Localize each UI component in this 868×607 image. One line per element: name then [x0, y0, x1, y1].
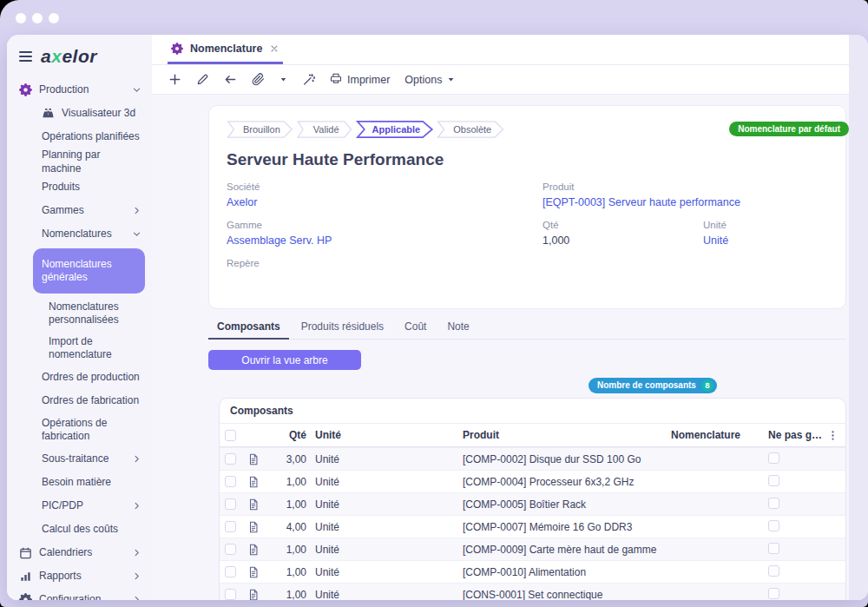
gamme-link[interactable]: Assemblage Serv. HP [227, 234, 530, 248]
paperclip-button[interactable] [252, 73, 265, 86]
components-count-value: 8 [701, 379, 713, 392]
unite-link[interactable]: Unité [703, 234, 828, 248]
no-manage-checkbox[interactable] [768, 498, 779, 509]
status-step-label: Brouillon [243, 124, 280, 135]
produit-link[interactable]: [EQPT-0003] Serveur haute performance [542, 196, 828, 210]
sidebar-item-produits[interactable]: Produits [7, 175, 152, 199]
chart-icon [19, 570, 32, 583]
window-control-dot[interactable] [49, 13, 59, 23]
options-button[interactable]: Options [404, 74, 455, 86]
table-row[interactable]: 1,00Unité[COMP-0005] Boîtier Rack [220, 492, 845, 515]
product-cell: [COMP-0007] Mémoire 16 Go DDR3 [463, 521, 671, 533]
table-row[interactable]: 1,00Unité[COMP-0004] Processeur 6x3,2 GH… [220, 470, 845, 492]
no-manage-checkbox[interactable] [768, 452, 779, 464]
sidebar-item-calcul-des-couts[interactable]: Calcul des coûts [7, 518, 152, 541]
societe-link[interactable]: Axelor [227, 196, 530, 210]
no-manage-checkbox[interactable] [768, 520, 779, 531]
plus-button[interactable] [168, 73, 181, 86]
arrow-left-button[interactable] [224, 73, 237, 86]
file-icon[interactable] [247, 476, 275, 488]
menu-hamburger-icon[interactable] [19, 51, 32, 62]
no-manage-checkbox[interactable] [768, 543, 779, 554]
row-checkbox[interactable] [225, 453, 236, 465]
sidebar-item-visualisateur-3d[interactable]: Visualisateur 3d [7, 102, 152, 125]
row-checkbox[interactable] [225, 498, 236, 510]
sidebar-item-label: Besoin matière [42, 476, 141, 490]
row-checkbox[interactable] [225, 589, 236, 600]
file-icon[interactable] [247, 453, 275, 465]
qte-value[interactable]: 1,000 [542, 234, 703, 248]
file-icon[interactable] [247, 498, 275, 511]
column-menu-kebab-icon[interactable] [827, 430, 838, 441]
unit-cell: Unité [315, 521, 463, 533]
file-icon[interactable] [247, 521, 275, 533]
components-table: QtéUnitéProduitNomenclatureNe pas gérer … [220, 423, 845, 600]
printer-icon [330, 72, 342, 87]
row-checkbox[interactable] [225, 521, 236, 532]
table-row[interactable]: 1,00Unité[COMP-0009] Carte mère haut de … [220, 538, 845, 560]
sidebar-item-label: PIC/PDP [42, 499, 125, 513]
sidebar-item-operations-planifiees[interactable]: Opérations planifiées [7, 125, 152, 148]
no-manage-checkbox[interactable] [768, 588, 779, 599]
column-header-no-manage[interactable]: Ne pas gérer l... [768, 429, 824, 441]
sidebar-item-calendriers[interactable]: Calendriers [7, 541, 152, 564]
tab-note[interactable]: Note [438, 317, 477, 340]
print-button[interactable]: Imprimer [330, 72, 390, 87]
file-icon[interactable] [247, 566, 275, 578]
column-header-product[interactable]: Produit [463, 429, 671, 441]
select-all-checkbox[interactable] [225, 430, 236, 441]
product-cell: [CONS-0001] Set connectique [463, 589, 671, 601]
sidebar-item-gammes[interactable]: Gammes [7, 199, 152, 222]
sidebar-item-nomenclatures[interactable]: Nomenclatures [7, 222, 152, 246]
sidebar-item-label: Import de nomenclature [49, 335, 141, 362]
table-row[interactable]: 4,00Unité[COMP-0007] Mémoire 16 Go DDR3 [220, 515, 845, 538]
sidebar-item-ordres-de-production[interactable]: Ordres de production [7, 366, 152, 389]
open-tree-view-button[interactable]: Ouvrir la vue arbre [208, 350, 361, 370]
tab-nomenclature[interactable]: Nomenclature [168, 35, 283, 64]
window-controls[interactable] [16, 13, 59, 23]
sidebar-item-configuration[interactable]: Configuration [7, 588, 152, 600]
pencil-button[interactable] [196, 73, 209, 86]
status-step-valide[interactable]: Validé [297, 120, 352, 139]
tab-composants[interactable]: Composants [208, 317, 289, 340]
close-icon[interactable] [269, 43, 279, 54]
sidebar-item-operations-de-fabrication[interactable]: Opérations de fabrication [7, 412, 152, 447]
table-row[interactable]: 3,00Unité[COMP-0002] Disque dur SSD 100 … [220, 447, 845, 470]
qty-cell: 3,00 [275, 453, 315, 465]
repere-value[interactable] [227, 273, 530, 287]
no-manage-checkbox[interactable] [768, 475, 779, 486]
vertical-scrollbar[interactable] [849, 35, 868, 600]
tab-cout[interactable]: Coût [396, 317, 435, 340]
table-row[interactable]: 1,00Unité[CONS-0001] Set connectique [220, 583, 845, 600]
no-manage-cell [768, 475, 824, 489]
column-header-qty[interactable]: Qté [275, 429, 315, 441]
file-icon[interactable] [247, 544, 275, 556]
window-control-dot[interactable] [32, 13, 43, 23]
table-row[interactable]: 1,00Unité[COMP-0010] Alimentation [220, 560, 845, 583]
tab-produits-residuels[interactable]: Produits résiduels [293, 317, 392, 340]
chevron-down-icon [132, 229, 141, 239]
sidebar-item-production[interactable]: Production [7, 78, 152, 102]
row-checkbox[interactable] [225, 566, 236, 577]
sidebar-item-nomenclatures-personnalisees[interactable]: Nomenclatures personnalisées [7, 296, 152, 331]
sidebar-item-nomenclatures-generales[interactable]: Nomenclatures générales [33, 248, 145, 294]
status-step-obsolete[interactable]: Obsolète [437, 120, 504, 139]
status-step-brouillon[interactable]: Brouillon [227, 120, 293, 139]
file-icon[interactable] [247, 589, 275, 601]
column-header-unit[interactable]: Unité [315, 429, 463, 441]
sidebar-item-pic-pdp[interactable]: PIC/PDP [7, 494, 152, 518]
sidebar-item-rapports[interactable]: Rapports [7, 564, 152, 588]
no-manage-checkbox[interactable] [768, 565, 779, 577]
window-control-dot[interactable] [16, 13, 26, 23]
status-step-applicable[interactable]: Applicable [356, 120, 434, 139]
row-checkbox[interactable] [225, 544, 236, 555]
sidebar-item-ordres-de-fabrication[interactable]: Ordres de fabrication [7, 389, 152, 412]
sidebar-item-sous-traitance[interactable]: Sous-traitance [7, 447, 152, 471]
wand-button[interactable] [302, 73, 315, 86]
sidebar-item-import-de-nomenclature[interactable]: Import de nomenclature [7, 331, 152, 366]
row-checkbox[interactable] [225, 476, 236, 487]
column-header-nomenclature[interactable]: Nomenclature [671, 429, 768, 441]
sidebar-item-planning-par-machine[interactable]: Planning par machine [7, 148, 152, 175]
caret-down-button[interactable] [279, 76, 287, 83]
sidebar-item-besoin-matiere[interactable]: Besoin matière [7, 471, 152, 494]
